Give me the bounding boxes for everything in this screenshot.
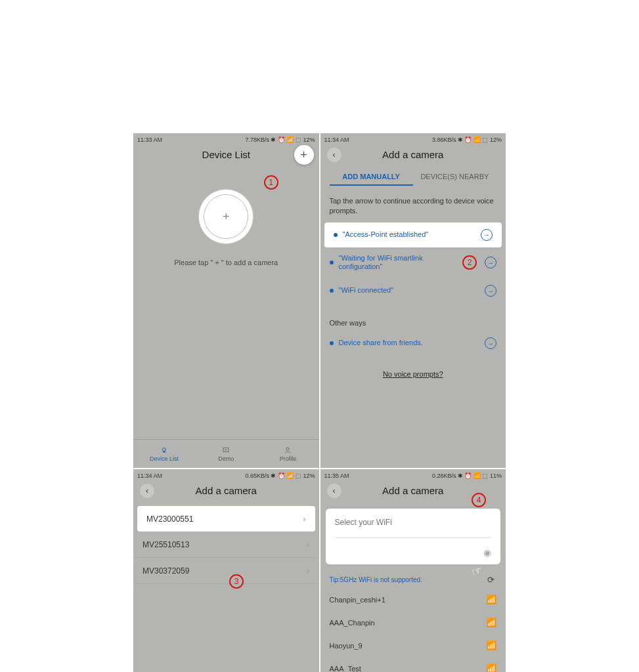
device-id: MV25510513 <box>143 540 189 549</box>
option-device-share[interactable]: Device share from friends. → <box>320 331 506 356</box>
panel-wifi-select: 11:35 AM 0.26KB/s ✱ ⏰ 📶 ⬚ 11% ‹ Add a ca… <box>320 469 506 672</box>
header: ‹ Add a camera <box>133 480 319 502</box>
no-voice-prompts-link[interactable]: No voice prompts? <box>320 370 506 378</box>
tab-devices-nearby[interactable]: DEVICE(S) NEARBY <box>413 169 496 186</box>
tab-bar: ADD MANUALLY DEVICE(S) NEARBY <box>320 169 506 186</box>
annotation-2: 2 <box>462 255 477 270</box>
header: ‹ Add a camera <box>320 144 506 166</box>
wifi-network-row[interactable]: AAA_Test 📶 <box>320 657 506 672</box>
add-device-button[interactable]: + <box>294 145 314 165</box>
panel-device-list: 11:33 AM 7.78KB/s ✱ ⏰ 📶 ⬚ 12% Device Lis… <box>133 133 319 468</box>
nav-profile[interactable]: Profile <box>257 440 319 468</box>
refresh-icon[interactable]: ⟳ <box>485 574 496 585</box>
bullet-icon <box>330 289 334 293</box>
option-smartlink[interactable]: "Waiting for WiFi smartlink configuratio… <box>320 247 506 279</box>
bottom-nav: Device List Demo Profile <box>133 439 319 468</box>
arrow-right-icon[interactable]: → <box>485 257 496 268</box>
bullet-icon <box>334 233 338 237</box>
wifi-ssid-input[interactable]: Select your WiFi <box>335 518 492 538</box>
arrow-right-icon[interactable]: → <box>485 337 496 349</box>
panel-device-select: 11:34 AM 0.65KB/s ✱ ⏰ 📶 ⬚ 12% ‹ Add a ca… <box>133 469 319 672</box>
panel-add-camera-options: 11:34 AM 3.86KB/s ✱ ⏰ 📶 ⬚ 12% ‹ Add a ca… <box>320 133 506 468</box>
wifi-signal-icon: 📶 <box>486 640 496 650</box>
nav-device-list[interactable]: Device List <box>133 440 195 468</box>
arrow-right-icon[interactable]: → <box>481 229 493 241</box>
arrow-right-icon[interactable]: → <box>485 285 496 297</box>
wifi-ssid: Haoyun_9 <box>330 642 363 650</box>
status-bar: 11:35 AM 0.26KB/s ✱ ⏰ 📶 ⬚ 11% <box>320 469 506 480</box>
empty-state-add-circle[interactable]: + <box>198 189 253 244</box>
chevron-right-icon: › <box>307 566 309 576</box>
page-title: Add a camera <box>382 149 443 160</box>
option-label: "Waiting for WiFi smartlink configuratio… <box>339 254 458 272</box>
annotation-3: 3 <box>229 574 244 589</box>
option-access-point[interactable]: "Access-Point established" → <box>324 222 502 247</box>
status-right: 0.26KB/s ✱ ⏰ 📶 ⬚ 11% <box>432 472 502 479</box>
wifi-network-row[interactable]: Chanpin_ceshi+1 📶 <box>320 588 506 611</box>
page-title: Device List <box>202 149 250 160</box>
wifi-signal-icon: 📶 <box>486 618 496 627</box>
option-label: Device share from friends. <box>339 339 480 348</box>
play-icon <box>221 446 231 454</box>
page-title: Add a camera <box>382 485 443 496</box>
wifi-signal-icon: 📶 <box>486 663 496 672</box>
chevron-right-icon: › <box>303 514 305 524</box>
nav-demo[interactable]: Demo <box>195 440 257 468</box>
wifi-input-card: Select your WiFi ◉ <box>326 509 501 564</box>
wifi-network-row[interactable]: AAA_Chanpin 📶 <box>320 611 506 634</box>
svg-point-0 <box>163 448 166 451</box>
status-time: 11:33 AM <box>137 136 162 143</box>
chevron-right-icon: › <box>307 539 309 549</box>
status-time: 11:34 AM <box>324 136 349 143</box>
wifi-ssid: AAA_Test <box>330 665 361 673</box>
back-button[interactable]: ‹ <box>327 484 342 498</box>
eye-icon: ◉ <box>483 547 491 558</box>
device-row[interactable]: MV25510513 › <box>133 532 319 558</box>
instruction-text: Tap the arrow to continue according to d… <box>320 186 506 222</box>
status-time: 11:34 AM <box>137 472 162 479</box>
wifi-ssid: AAA_Chanpin <box>330 619 375 627</box>
wifi-network-row[interactable]: Haoyun_9 📶 <box>320 634 506 657</box>
status-right: 7.78KB/s ✱ ⏰ 📶 ⬚ 12% <box>245 136 315 143</box>
back-button[interactable]: ‹ <box>140 484 154 498</box>
status-right: 3.86KB/s ✱ ⏰ 📶 ⬚ 12% <box>432 136 502 143</box>
device-row[interactable]: MV23000551 › <box>137 506 315 532</box>
status-right: 0.65KB/s ✱ ⏰ 📶 ⬚ 12% <box>245 472 315 479</box>
camera-icon <box>160 446 169 454</box>
wifi-ssid: Chanpin_ceshi+1 <box>330 596 386 604</box>
svg-point-3 <box>286 448 289 450</box>
annotation-1: 1 <box>264 175 278 190</box>
status-time: 11:35 AM <box>324 472 349 479</box>
svg-rect-1 <box>163 452 165 453</box>
bullet-icon <box>330 341 334 345</box>
empty-state-hint: Please tap " + " to add a camera <box>133 259 319 266</box>
tab-add-manually[interactable]: ADD MANUALLY <box>330 169 413 186</box>
other-ways-header: Other ways <box>320 310 506 331</box>
status-bar: 11:34 AM 3.86KB/s ✱ ⏰ 📶 ⬚ 12% <box>320 133 506 144</box>
status-bar: 11:34 AM 0.65KB/s ✱ ⏰ 📶 ⬚ 12% <box>133 469 319 480</box>
profile-icon <box>283 446 292 454</box>
status-bar: 11:33 AM 7.78KB/s ✱ ⏰ 📶 ⬚ 12% <box>133 133 319 144</box>
device-id: MV30372059 <box>143 566 189 576</box>
option-label: "Access-Point established" <box>343 230 476 240</box>
page-title: Add a camera <box>196 485 257 496</box>
annotation-4: 4 <box>472 493 486 507</box>
password-visibility-toggle[interactable]: ◉ <box>335 547 492 558</box>
option-wifi-connected[interactable]: "WiFi connected" → <box>320 278 506 303</box>
device-row[interactable]: MV30372059 › <box>133 558 319 584</box>
plus-icon: + <box>204 194 248 239</box>
tip-text: Tip:5GHz WiFi is not supported. <box>330 576 422 583</box>
hand-pointer-icon: ☞ <box>470 563 485 580</box>
device-id: MV23000551 <box>146 514 193 524</box>
back-button[interactable]: ‹ <box>327 148 342 162</box>
bullet-icon <box>330 261 334 264</box>
option-label: "WiFi connected" <box>339 286 480 295</box>
header: Device List + <box>133 144 319 166</box>
tip-row: Tip:5GHz WiFi is not supported. ☞ ⟳ <box>320 568 506 588</box>
wifi-signal-icon: 📶 <box>486 595 496 604</box>
